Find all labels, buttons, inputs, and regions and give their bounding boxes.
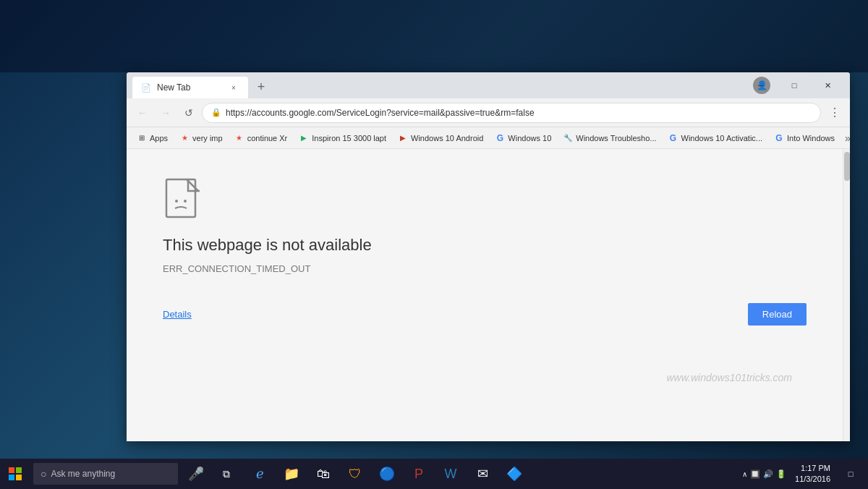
back-button[interactable]: ← (132, 103, 153, 123)
chrome-titlebar: 📄 New Tab × + 👤 ─ □ ✕ (127, 72, 850, 98)
details-link[interactable]: Details (163, 309, 192, 320)
taskbar-extra-icon[interactable]: 🔷 (499, 459, 529, 489)
bookmark-continue[interactable]: ★ continue Xr (230, 132, 292, 145)
svg-point-2 (184, 200, 187, 203)
chrome-toolbar: ← → ↺ 🔒 https://accounts.google.com/Serv… (127, 98, 850, 127)
tab-close-button[interactable]: × (228, 82, 239, 93)
tab-favicon: 📄 (141, 83, 151, 93)
svg-point-1 (175, 200, 178, 203)
chrome-menu-button[interactable]: ⋮ (824, 103, 844, 123)
tray-battery-icon[interactable]: 🔋 (776, 469, 786, 479)
forward-button[interactable]: → (156, 103, 176, 123)
tray-expand[interactable]: ∧ (742, 470, 747, 478)
bookmark-very-imp[interactable]: ★ very imp (175, 132, 227, 145)
bookmark-icon-3: ▶ (299, 133, 309, 143)
bookmark-label-2: continue Xr (247, 134, 288, 143)
task-view-button[interactable]: ⧉ (211, 459, 242, 489)
start-icon (9, 467, 22, 480)
taskbar-store-icon[interactable]: 🛍 (308, 459, 339, 489)
error-code: ERR_CONNECTION_TIMED_OUT (163, 263, 807, 274)
reload-button[interactable]: ↺ (179, 103, 199, 123)
start-button[interactable] (0, 459, 30, 489)
taskbar-app-icons: ℯ 📁 🛍 🛡 🔵 P W ✉ 🔷 (244, 459, 529, 489)
explorer-icon: 📁 (284, 466, 299, 482)
taskbar-mail-icon[interactable]: ✉ (467, 459, 498, 489)
taskbar: ○ Ask me anything 🎤 ⧉ ℯ 📁 🛍 🛡 (0, 459, 868, 489)
bookmark-win10[interactable]: G Windows 10 (490, 132, 556, 145)
bookmark-label-3: Inspiron 15 3000 lapt (312, 134, 386, 143)
window-controls: ─ □ ✕ (744, 78, 844, 93)
bookmark-label-1: very imp (192, 134, 223, 143)
tab-title: New Tab (157, 82, 190, 93)
error-icon (163, 178, 206, 221)
taskbar-avast-icon[interactable]: 🛡 (340, 459, 370, 489)
task-view-icon: ⧉ (223, 468, 230, 480)
svg-rect-6 (16, 475, 22, 480)
chrome-window: 📄 New Tab × + 👤 ─ □ ✕ ← → ↺ 🔒 https://ac… (127, 72, 850, 441)
taskbar-system-tray: ∧ 🔲 🔊 🔋 1:17 PM 11/3/2016 □ (742, 459, 868, 489)
bookmark-win10-activate[interactable]: G Windows 10 Activatic... (664, 132, 767, 145)
chrome-tab[interactable]: 📄 New Tab × (132, 77, 248, 98)
search-circle-icon: ○ (41, 468, 46, 480)
new-tab-button[interactable]: + (251, 77, 271, 97)
bookmark-icon-8: G (774, 133, 784, 143)
clock-date: 11/3/2016 (795, 474, 830, 485)
search-placeholder: Ask me anything (51, 469, 115, 479)
taskbar-clock[interactable]: 1:17 PM 11/3/2016 (789, 463, 836, 485)
bookmark-inspiron[interactable]: ▶ Inspiron 15 3000 lapt (294, 132, 391, 145)
avast-icon: 🛡 (349, 467, 362, 482)
taskbar-word-icon[interactable]: W (435, 459, 466, 489)
mail-icon: ✉ (477, 466, 488, 482)
taskbar-powerpoint-icon[interactable]: P (404, 459, 434, 489)
microphone-icon: 🎤 (188, 466, 204, 482)
error-page: This webpage is not available ERR_CONNEC… (127, 149, 843, 441)
desktop-background-top (0, 0, 868, 72)
taskbar-search[interactable]: ○ Ask me anything (33, 463, 178, 485)
scrollbar-thumb[interactable] (844, 152, 850, 181)
bookmark-icon-1: ★ (179, 133, 190, 143)
bookmark-icon-6: 🔧 (563, 133, 573, 143)
chrome-icon: 🔵 (379, 466, 395, 482)
apps-bookmark-icon: ⊞ (137, 133, 147, 143)
bookmark-label-5: Windows 10 (508, 134, 551, 143)
scrollbar[interactable] (843, 149, 850, 441)
minimize-button[interactable]: ─ (744, 78, 778, 93)
bookmarks-bar: ⊞ Apps ★ very imp ★ continue Xr ▶ Inspir… (127, 127, 850, 149)
bookmark-win10-android[interactable]: ▶ Windows 10 Android (393, 132, 488, 145)
bookmark-label-7: Windows 10 Activatic... (681, 134, 763, 143)
extra-icon: 🔷 (506, 466, 522, 482)
store-icon: 🛍 (317, 467, 330, 482)
bookmarks-more-button[interactable]: » (842, 131, 850, 145)
bookmark-icon-4: ▶ (398, 133, 408, 143)
taskbar-explorer-icon[interactable]: 📁 (276, 459, 307, 489)
bookmark-label-6: Windows Troublesho... (576, 134, 656, 143)
reload-button[interactable]: Reload (748, 303, 807, 326)
maximize-button[interactable]: □ (778, 78, 811, 93)
close-button[interactable]: ✕ (811, 78, 844, 93)
edge-icon: ℯ (256, 466, 264, 482)
tray-volume-icon[interactable]: 🔊 (763, 469, 773, 479)
bookmark-label-8: Into Windows (787, 134, 835, 143)
bookmark-icon-7: G (668, 133, 678, 143)
bookmark-into-windows[interactable]: G Into Windows (770, 132, 839, 145)
bookmark-label-4: Windows 10 Android (411, 134, 483, 143)
taskbar-chrome-icon[interactable]: 🔵 (372, 459, 402, 489)
notification-center-button[interactable]: □ (839, 459, 862, 489)
chrome-content: This webpage is not available ERR_CONNEC… (127, 149, 850, 441)
svg-rect-5 (9, 475, 14, 480)
bookmark-icon-2: ★ (234, 133, 244, 143)
svg-rect-0 (166, 179, 195, 217)
svg-rect-4 (16, 467, 22, 473)
taskbar-edge-icon[interactable]: ℯ (244, 459, 275, 489)
bookmark-troubleshoot[interactable]: 🔧 Windows Troublesho... (558, 132, 660, 145)
microphone-button[interactable]: 🎤 (181, 459, 211, 489)
svg-rect-3 (9, 467, 14, 473)
bookmark-apps[interactable]: ⊞ Apps (132, 132, 172, 145)
address-lock-icon: 🔒 (211, 108, 221, 117)
address-url: https://accounts.google.com/ServiceLogin… (226, 108, 535, 118)
tray-network-icon[interactable]: 🔲 (750, 469, 760, 479)
bookmark-icon-5: G (495, 133, 505, 143)
notification-icon: □ (848, 469, 854, 478)
error-title: This webpage is not available (163, 236, 807, 255)
address-bar[interactable]: 🔒 https://accounts.google.com/ServiceLog… (202, 103, 821, 123)
